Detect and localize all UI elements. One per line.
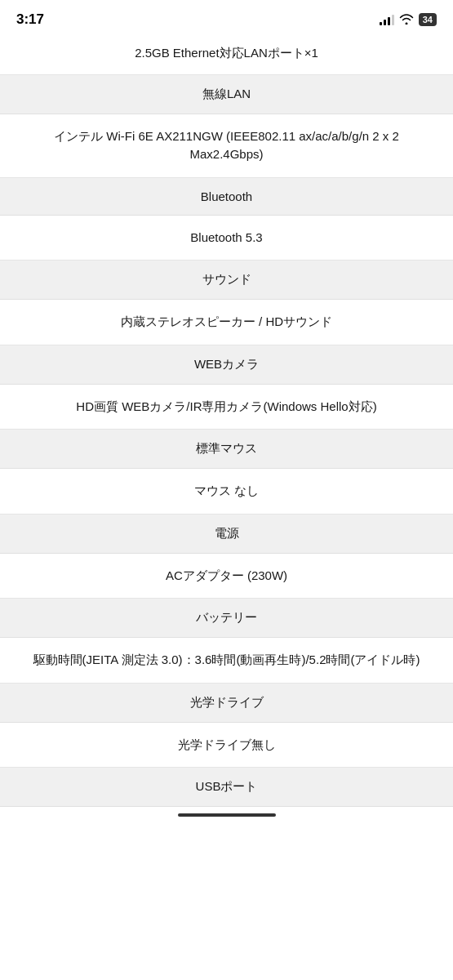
spec-header-mouse: 標準マウス	[0, 430, 453, 469]
spec-value-optical-drive: 光学ドライブ無し	[0, 723, 453, 768]
spec-value-mouse: マウス なし	[0, 469, 453, 514]
spec-header-bluetooth: Bluetooth	[0, 178, 453, 216]
spec-header-power: 電源	[0, 514, 453, 554]
wifi-icon	[399, 13, 414, 27]
spec-header-usb: USBポート	[0, 768, 453, 807]
spec-header-battery: バッテリー	[0, 599, 453, 638]
spec-partial-top: 2.5GB Ethernet対応LANポート×1	[0, 36, 453, 75]
spec-value-sound: 内蔵ステレオスピーカー / HDサウンド	[0, 300, 453, 345]
spec-value-wireless-lan: インテル Wi-Fi 6E AX211NGW (IEEE802.11 ax/ac…	[0, 114, 453, 178]
spec-header-webcam: WEBカメラ	[0, 345, 453, 385]
spec-value-bluetooth: Bluetooth 5.3	[0, 216, 453, 261]
battery-indicator: 34	[419, 13, 437, 26]
status-icons: 34	[380, 13, 437, 27]
bottom-bar	[0, 807, 453, 825]
status-bar: 3:17 34	[0, 0, 453, 36]
spec-value-webcam: HD画質 WEBカメラ/IR専用カメラ(Windows Hello対応)	[0, 385, 453, 430]
status-time: 3:17	[16, 11, 44, 28]
spec-value-power: ACアダプター (230W)	[0, 554, 453, 599]
spec-list: 2.5GB Ethernet対応LANポート×1 無線LAN インテル Wi-F…	[0, 36, 453, 807]
spec-header-sound: サウンド	[0, 261, 453, 300]
spec-header-wireless-lan: 無線LAN	[0, 75, 453, 114]
signal-icon	[380, 14, 394, 25]
spec-header-optical-drive: 光学ドライブ	[0, 684, 453, 723]
home-indicator	[178, 813, 276, 817]
spec-value-battery: 駆動時間(JEITA 測定法 3.0)：3.6時間(動画再生時)/5.2時間(ア…	[0, 638, 453, 684]
